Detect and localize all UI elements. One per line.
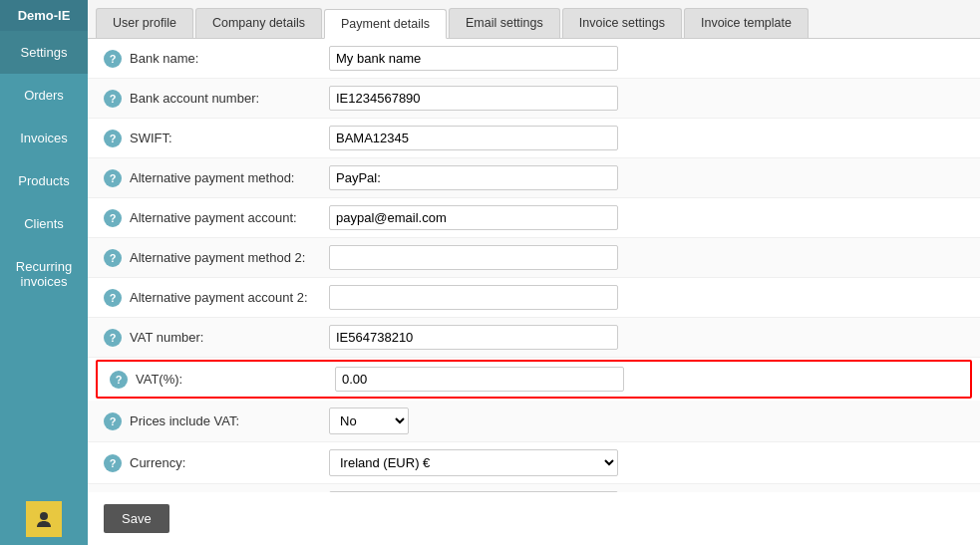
form-row-alt-payment-account: ?Alternative payment account: [88, 198, 980, 238]
tab-invoice-template[interactable]: Invoice template [684, 8, 809, 38]
form-row-bank-name: ?Bank name: [88, 39, 980, 79]
help-icon-swift[interactable]: ? [104, 130, 122, 147]
sidebar-bottom [0, 493, 88, 545]
help-icon-bank-name[interactable]: ? [104, 50, 122, 68]
vat-percent-input[interactable] [335, 367, 624, 392]
tab-user-profile[interactable]: User profile [96, 8, 193, 38]
alt-payment-account-input[interactable] [329, 205, 618, 230]
tabs-bar: User profile Company details Payment det… [88, 0, 980, 39]
help-icon-currency[interactable]: ? [104, 454, 122, 472]
save-button[interactable]: Save [104, 504, 169, 533]
tab-payment-details[interactable]: Payment details [324, 9, 447, 39]
field-value-bank-account-number [329, 86, 964, 111]
form-content: ?Bank name:?Bank account number:?SWIFT:?… [88, 39, 980, 492]
tab-invoice-settings[interactable]: Invoice settings [562, 8, 682, 38]
sidebar-item-products[interactable]: Products [0, 159, 88, 202]
alt-payment-account-2-input[interactable] [329, 285, 618, 310]
field-value-bank-name [329, 46, 964, 71]
alt-payment-method-2-input[interactable] [329, 245, 618, 270]
bank-name-input[interactable] [329, 46, 618, 71]
field-label-alt-payment-account-2: Alternative payment account 2: [130, 290, 329, 305]
form-row-vat-percent: ?VAT(%): [96, 360, 972, 399]
field-label-vat-number: VAT number: [130, 330, 329, 345]
vat-number-input[interactable] [329, 325, 618, 350]
field-value-swift [329, 126, 964, 150]
form-row-currency: ?Currency:Ireland (EUR) €United States (… [88, 442, 980, 484]
main-content: User profile Company details Payment det… [88, 0, 980, 545]
field-label-bank-account-number: Bank account number: [130, 91, 329, 106]
help-icon-alt-payment-account-2[interactable]: ? [104, 289, 122, 307]
user-icon [35, 510, 53, 528]
sidebar: Demo-IE Settings Orders Invoices Product… [0, 0, 88, 545]
help-icon-bank-account-number[interactable]: ? [104, 90, 122, 108]
field-value-vat-number [329, 325, 964, 350]
sidebar-bottom-button[interactable] [26, 501, 62, 537]
help-icon-vat-number[interactable]: ? [104, 329, 122, 347]
currency-select[interactable]: Ireland (EUR) €United States (USD) $Unit… [329, 449, 618, 476]
sidebar-item-settings[interactable]: Settings [0, 31, 88, 74]
sidebar-item-recurring[interactable]: Recurring invoices [0, 245, 88, 303]
field-label-bank-name: Bank name: [130, 51, 329, 66]
field-value-vat-percent [335, 367, 958, 392]
bank-account-number-input[interactable] [329, 86, 618, 111]
field-value-alt-payment-method [329, 165, 964, 190]
field-label-currency: Currency: [130, 455, 329, 470]
swift-input[interactable] [329, 126, 618, 150]
field-value-alt-payment-account-2 [329, 285, 964, 310]
sidebar-item-clients[interactable]: Clients [0, 202, 88, 245]
field-value-currency: Ireland (EUR) €United States (USD) $Unit… [329, 449, 964, 476]
help-icon-alt-payment-method[interactable]: ? [104, 169, 122, 187]
form-row-alt-payment-account-2: ?Alternative payment account 2: [88, 278, 980, 318]
tab-company-details[interactable]: Company details [195, 8, 322, 38]
sidebar-header: Demo-IE [0, 0, 88, 31]
tab-email-settings[interactable]: Email settings [449, 8, 560, 38]
field-value-alt-payment-account [329, 205, 964, 230]
help-icon-vat-percent[interactable]: ? [110, 371, 128, 389]
field-label-alt-payment-method-2: Alternative payment method 2: [130, 250, 329, 265]
svg-point-0 [40, 512, 48, 520]
form-row-date-format: ?Date format:Ireland - dd-mm-yyyyUnited … [88, 484, 980, 492]
help-icon-prices-include-vat[interactable]: ? [104, 412, 122, 430]
field-value-alt-payment-method-2 [329, 245, 964, 270]
form-row-vat-number: ?VAT number: [88, 318, 980, 358]
sidebar-item-orders[interactable]: Orders [0, 74, 88, 117]
alt-payment-method-input[interactable] [329, 165, 618, 190]
field-label-prices-include-vat: Prices include VAT: [130, 413, 329, 428]
sidebar-item-invoices[interactable]: Invoices [0, 117, 88, 159]
prices-include-vat-select[interactable]: NoYes [329, 408, 409, 434]
field-label-vat-percent: VAT(%): [136, 372, 335, 387]
form-row-alt-payment-method: ?Alternative payment method: [88, 158, 980, 198]
help-icon-alt-payment-account[interactable]: ? [104, 209, 122, 227]
form-row-bank-account-number: ?Bank account number: [88, 79, 980, 119]
form-row-prices-include-vat: ?Prices include VAT:NoYes [88, 401, 980, 442]
form-row-swift: ?SWIFT: [88, 119, 980, 158]
field-label-alt-payment-account: Alternative payment account: [130, 210, 329, 225]
help-icon-alt-payment-method-2[interactable]: ? [104, 249, 122, 267]
form-footer: Save [88, 492, 980, 545]
field-label-swift: SWIFT: [130, 131, 329, 145]
field-value-prices-include-vat: NoYes [329, 408, 964, 434]
form-row-alt-payment-method-2: ?Alternative payment method 2: [88, 238, 980, 278]
field-label-alt-payment-method: Alternative payment method: [130, 170, 329, 185]
